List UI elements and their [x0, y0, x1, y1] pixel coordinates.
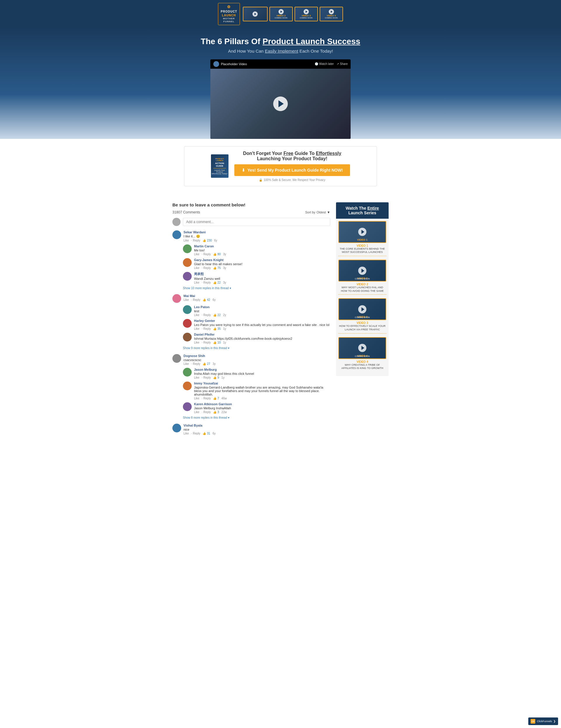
- comment-author[interactable]: 周承熙: [194, 272, 330, 276]
- comment-author[interactable]: Daniel Pfeifer: [194, 333, 330, 336]
- sort-by-control[interactable]: Sort by Oldest ▼: [305, 211, 330, 214]
- reply-btn[interactable]: · Reply: [202, 376, 211, 379]
- book-cover: PRODUCT LAUNCH ACTION GUIDE Launch Your …: [211, 154, 229, 178]
- header-thumb-v3[interactable]: VIDEO 3 COMING SOON: [294, 7, 318, 21]
- header-thumb-v4-coming: COMING SOON: [325, 17, 338, 19]
- comment-text: Glad to hear this all makes sense!: [194, 262, 330, 266]
- list-item: VIDEO 2 COMING SOON VIDEO 2 WHY MOST LAU…: [338, 260, 386, 295]
- comment-author[interactable]: Jason Melburg: [194, 368, 330, 371]
- table-row: Daniel Pfeifer Ishmal Murtaza https://pf…: [183, 333, 330, 344]
- play-button[interactable]: [273, 96, 288, 111]
- logo-subtext: LAUNCH: [221, 13, 237, 17]
- sidebar-video-desc-3: VIDEO 3: [338, 321, 386, 325]
- comment-author[interactable]: Harley Genter: [194, 319, 330, 322]
- comment-author[interactable]: Martin Caron: [194, 244, 330, 248]
- book-cover-text: PRODUCT LAUNCH ACTION GUIDE Launch Your …: [211, 157, 229, 175]
- table-row: Harley Genter Leo Paton you were trying …: [183, 319, 330, 330]
- video-title: Placeholder Video: [221, 62, 247, 66]
- comment-text: test: [194, 309, 330, 313]
- watch-later-btn[interactable]: 🕐 Watch later: [315, 62, 334, 65]
- like-btn[interactable]: Like: [194, 341, 199, 344]
- like-btn[interactable]: Like: [184, 432, 189, 435]
- comment-author[interactable]: Immy Yousafzai: [194, 382, 330, 385]
- header-thumb-v4-label: VIDEO 4: [327, 14, 336, 17]
- comment-author[interactable]: Karen Atkinson Garrison: [194, 402, 330, 406]
- reply-btn[interactable]: · Reply: [191, 239, 200, 242]
- sidebar-video-label-1: VIDEO 1: [357, 238, 367, 241]
- secure-text: 🔒 100% Safe & Secure. We Respect Your Pr…: [234, 178, 350, 182]
- like-btn[interactable]: Like: [184, 362, 189, 365]
- comment-author[interactable]: Mai Mai: [184, 294, 330, 298]
- comment-time: 3y: [223, 281, 226, 284]
- sidebar-video-desc-4: VIDEO 4: [338, 360, 386, 363]
- sidebar-video-thumb-2[interactable]: VIDEO 2 COMING SOON: [338, 260, 386, 282]
- like-count: 👍 10: [213, 341, 221, 344]
- comments-heading: Be sure to leave a comment below!: [172, 202, 330, 207]
- reply-btn[interactable]: · Reply: [202, 281, 211, 284]
- comment-time: 1y: [223, 327, 226, 330]
- hero-section: The 6 Pillars Of Product Launch Success …: [0, 28, 561, 139]
- hero-headline: The 6 Pillars Of Product Launch Success: [6, 37, 555, 46]
- comment-author[interactable]: Dognose Shih: [184, 354, 330, 358]
- logo: ⚙ PRODUCT LAUNCH MOTHER FUNNEL: [218, 3, 240, 25]
- comment-author[interactable]: Sekar Wardani: [184, 230, 330, 234]
- video-player[interactable]: Placeholder Video 🕐 Watch later ↗ Share: [211, 59, 350, 139]
- like-btn[interactable]: Like: [194, 266, 199, 270]
- sidebar-video-thumb-4[interactable]: VIDEO 4 COMING SOON: [338, 337, 386, 359]
- reply-btn[interactable]: · Reply: [202, 253, 211, 256]
- like-btn[interactable]: Like: [194, 410, 199, 414]
- replies-3: Jason Melburg Insha Allah may god bless …: [183, 368, 330, 414]
- table-row: Immy Yousafzai Jagonska-Gerrard-Landberg…: [183, 382, 330, 400]
- comment-text: Wandi Zamzu well: [194, 277, 330, 280]
- like-btn[interactable]: Like: [194, 281, 199, 284]
- reply-btn[interactable]: · Reply: [202, 341, 211, 344]
- avatar: [172, 294, 181, 303]
- video-body[interactable]: [211, 69, 350, 139]
- header-thumb-v2-coming: COMING SOON: [275, 17, 287, 19]
- like-btn[interactable]: Like: [194, 253, 199, 256]
- like-count: 👍 7: [213, 397, 219, 400]
- comment-time: 6y: [214, 239, 218, 242]
- like-count: 👍 27: [203, 362, 210, 365]
- comment-thread-2: Mai Mai Like · Reply 👍 42 6y Leo Paton t: [172, 294, 330, 350]
- like-btn[interactable]: Like: [184, 298, 189, 301]
- share-btn[interactable]: ↗ Share: [336, 62, 348, 65]
- like-btn[interactable]: Like: [184, 239, 189, 242]
- like-count: 👍 230: [203, 239, 212, 242]
- list-item: VIDEO 3 COMING SOON VIDEO 3 HOW TO EFFEC…: [338, 298, 386, 333]
- reply-btn[interactable]: · Reply: [191, 362, 200, 365]
- reply-btn[interactable]: · Reply: [202, 266, 211, 270]
- sidebar-video-thumb-1[interactable]: VIDEO 1: [338, 221, 386, 243]
- header-thumb-v2[interactable]: VIDEO 2 COMING SOON: [270, 7, 293, 21]
- show-more-replies[interactable]: Show 10 more replies in this thread ▾: [183, 287, 330, 290]
- reply-btn[interactable]: · Reply: [202, 410, 211, 414]
- reply-btn[interactable]: · Reply: [202, 327, 211, 330]
- reply-btn[interactable]: · Reply: [202, 313, 211, 317]
- comment-author[interactable]: Leo Paton: [194, 305, 330, 309]
- comment-body: Sekar Wardani I like it... 😊 Like · Repl…: [184, 230, 330, 242]
- like-btn[interactable]: Like: [194, 313, 199, 317]
- sidebar-video-thumb-3[interactable]: VIDEO 3 COMING SOON: [338, 298, 386, 320]
- reply-btn[interactable]: · Reply: [191, 298, 200, 301]
- show-more-replies-3[interactable]: Show 8 more replies in this thread ▾: [183, 416, 330, 419]
- like-btn[interactable]: Like: [194, 376, 199, 379]
- avatar: [183, 258, 192, 267]
- header-thumb-v1[interactable]: [243, 7, 268, 21]
- comment-input[interactable]: [183, 218, 330, 226]
- like-btn[interactable]: Like: [194, 397, 199, 400]
- reply-btn[interactable]: · Reply: [202, 397, 211, 400]
- sidebar-title: Watch The Entire Launch Series: [336, 202, 389, 219]
- reply-btn[interactable]: · Reply: [191, 432, 200, 435]
- header-thumb-v4[interactable]: VIDEO 4 COMING SOON: [320, 7, 343, 21]
- like-count: 👍 22: [213, 313, 221, 317]
- avatar: [172, 230, 181, 239]
- show-more-replies-2[interactable]: Show 9 more replies in this thread ▾: [183, 346, 330, 350]
- like-count: 👍 35: [213, 327, 221, 330]
- header-thumb-v2-label: VIDEO 2: [277, 14, 286, 17]
- like-btn[interactable]: Like: [194, 327, 199, 330]
- comment-author[interactable]: Gary-James Knight: [194, 258, 330, 262]
- table-row: Jason Melburg Insha Allah may god bless …: [183, 368, 330, 379]
- comment-time: 3y: [223, 253, 226, 256]
- comment-author[interactable]: Vishal Byala: [184, 424, 330, 427]
- cta-button[interactable]: ⬇ Yes! Send My Product Launch Guide Righ…: [234, 164, 350, 176]
